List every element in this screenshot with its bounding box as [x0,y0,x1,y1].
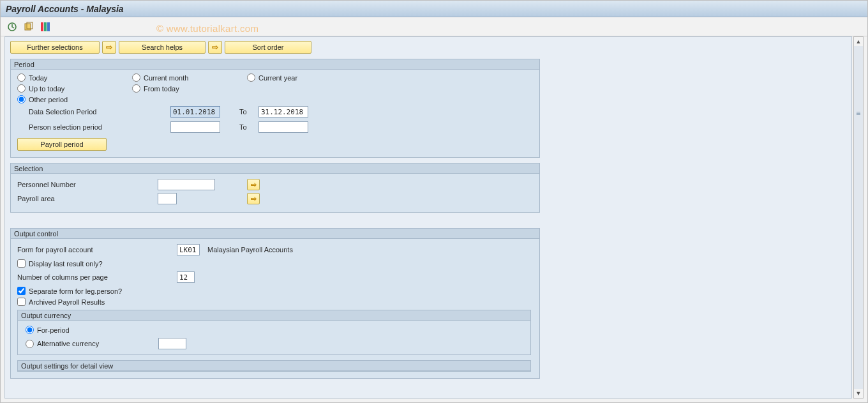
search-helps-button[interactable]: Search helps [119,41,206,54]
data-selection-from-input[interactable] [170,106,220,118]
app-toolbar [1,17,867,36]
person-selection-period-label: Person selection period [17,123,170,131]
form-for-payroll-input[interactable] [177,244,200,255]
radio-current-year-label: Current year [258,74,297,82]
button-bar: Further selections ⇨ Search helps ⇨ Sort… [5,37,851,57]
payroll-area-label: Payroll area [17,195,158,202]
personnel-number-multiple-button[interactable]: ⇨ [247,179,260,190]
personnel-number-row: Personnel Number ⇨ [17,178,533,192]
watermark-text: © www.tutorialkart.com [156,23,258,34]
payroll-area-row: Payroll area ⇨ [17,192,533,206]
payroll-period-wrap: Payroll period [17,134,533,151]
radio-alternative-currency[interactable]: Alternative currency [26,340,153,348]
radio-alternative-currency-label: Alternative currency [37,340,99,347]
color-legend-icon[interactable] [40,22,50,32]
payroll-area-input[interactable] [158,193,177,204]
payroll-area-multiple-button[interactable]: ⇨ [247,193,260,204]
radio-for-period[interactable]: For-period [26,326,523,334]
app-window: Payroll Accounts - Malaysia © www.tutori… [0,0,868,403]
scroll-down-icon[interactable]: ▼ [854,389,863,398]
separate-form-label: Separate form for leg.person? [29,287,122,295]
data-selection-period-label: Data Selection Period [17,108,170,116]
vertical-scrollbar[interactable]: ▲ ▼ [853,36,864,399]
num-cols-label: Number of columns per page [17,273,177,281]
alternative-currency-input[interactable] [158,338,186,349]
payroll-period-button[interactable]: Payroll period [17,138,107,151]
num-cols-row: Number of columns per page [17,270,533,284]
arrow-right-icon: ⇨ [212,43,218,52]
to-label: To [220,108,258,116]
watermark: © www.tutorialkart.com [154,23,258,34]
person-selection-from-input[interactable] [170,121,220,133]
period-group: Period Today Current month Current year … [10,59,540,158]
radio-today[interactable]: Today [17,73,132,82]
search-helps-label: Search helps [142,43,183,51]
period-radios: Today Current month Current year Up to t… [17,73,533,103]
radio-current-month[interactable]: Current month [132,73,247,82]
output-control-group: Output control Form for payroll account … [10,228,540,379]
selection-group-title: Selection [11,163,539,174]
search-helps-arrow-button[interactable]: ⇨ [102,41,116,54]
svg-rect-4 [44,22,47,31]
svg-rect-3 [41,22,43,31]
radio-up-to-today[interactable]: Up to today [17,84,132,93]
display-last-result-checkbox[interactable]: Display last result only? [17,259,533,268]
data-selection-to-input[interactable] [258,106,308,118]
data-selection-period-row: Data Selection Period To [17,105,533,119]
scroll-up-icon[interactable]: ▲ [854,37,863,46]
payroll-period-label: Payroll period [40,141,83,148]
form-for-payroll-row: Form for payroll account Malaysian Payro… [17,243,533,257]
svg-rect-5 [47,22,50,31]
output-control-body: Form for payroll account Malaysian Payro… [11,239,539,378]
selection-group-body: Personnel Number ⇨ Payroll area ⇨ [11,174,539,212]
scroll-track[interactable] [854,46,863,389]
period-group-title: Period [11,59,539,70]
get-variant-icon[interactable] [24,22,34,32]
personnel-number-input[interactable] [158,179,215,190]
sort-order-label: Sort order [253,43,284,51]
execute-icon[interactable] [7,22,17,32]
arrow-right-icon: ⇨ [251,195,257,203]
scroll-grip-icon [854,86,863,141]
output-currency-group: Output currency For-period Alternative c… [17,310,531,355]
separate-form-checkbox[interactable]: Separate form for leg.person? [17,287,533,295]
period-group-body: Today Current month Current year Up to t… [11,70,539,157]
personnel-number-label: Personnel Number [17,181,158,188]
radio-up-to-today-label: Up to today [29,85,64,93]
person-selection-period-row: Person selection period To [17,120,533,134]
radio-other-period-label: Other period [29,96,68,103]
output-settings-detail-title: Output settings for detail view [18,361,530,371]
radio-current-year[interactable]: Current year [247,73,362,82]
radio-other-period[interactable]: Other period [17,95,132,103]
arrow-right-icon: ⇨ [106,43,112,52]
display-last-result-label: Display last result only? [29,260,103,268]
selection-screen: Further selections ⇨ Search helps ⇨ Sort… [4,36,852,399]
sort-order-button[interactable]: Sort order [225,41,311,54]
further-selections-button[interactable]: Further selections [10,41,100,54]
further-selections-label: Further selections [27,43,82,51]
selection-group: Selection Personnel Number ⇨ Payroll are… [10,163,540,213]
radio-current-month-label: Current month [144,74,188,82]
sort-order-arrow-button[interactable]: ⇨ [208,41,222,54]
output-settings-detail-group: Output settings for detail view [17,360,531,372]
radio-for-period-label: For-period [37,326,70,334]
output-currency-title: Output currency [18,310,530,321]
window-titlebar: Payroll Accounts - Malaysia [1,1,867,17]
output-control-title: Output control [11,229,539,239]
arrow-right-icon: ⇨ [251,181,257,189]
archived-results-checkbox[interactable]: Archived Payroll Results [17,298,533,306]
form-for-payroll-label: Form for payroll account [17,246,177,254]
archived-results-label: Archived Payroll Results [29,298,105,306]
radio-from-today[interactable]: From today [132,84,247,93]
radio-today-label: Today [29,74,47,82]
num-cols-input[interactable] [177,271,195,283]
radio-from-today-label: From today [144,85,179,93]
form-for-payroll-desc: Malaysian Payroll Accounts [207,246,293,254]
to-label: To [220,123,258,131]
person-selection-to-input[interactable] [258,121,308,133]
window-title: Payroll Accounts - Malaysia [6,4,124,14]
output-currency-body: For-period Alternative currency [18,321,530,354]
